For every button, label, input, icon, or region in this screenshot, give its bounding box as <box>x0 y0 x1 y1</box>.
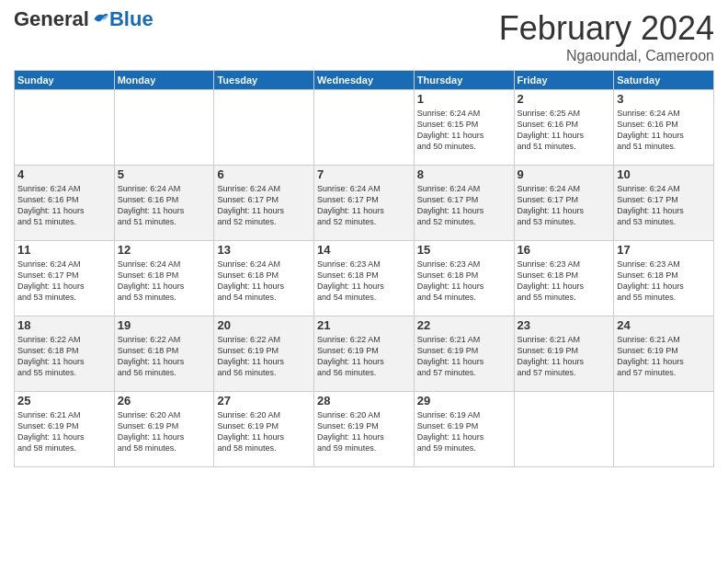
day-cell: 10Sunrise: 6:24 AM Sunset: 6:17 PM Dayli… <box>614 166 714 241</box>
day-info: Sunrise: 6:24 AM Sunset: 6:18 PM Dayligh… <box>217 259 311 304</box>
day-cell: 6Sunrise: 6:24 AM Sunset: 6:17 PM Daylig… <box>214 166 314 241</box>
day-number: 11 <box>17 243 111 257</box>
day-number: 19 <box>118 318 211 332</box>
day-number: 18 <box>17 318 111 332</box>
day-number: 28 <box>317 394 411 408</box>
col-monday: Monday <box>114 71 214 90</box>
page: General Blue February 2024 Ngaoundal, Ca… <box>0 0 728 563</box>
day-number: 10 <box>617 167 711 181</box>
col-saturday: Saturday <box>614 71 714 90</box>
day-info: Sunrise: 6:21 AM Sunset: 6:19 PM Dayligh… <box>17 409 111 454</box>
day-cell: 28Sunrise: 6:20 AM Sunset: 6:19 PM Dayli… <box>314 392 415 467</box>
day-number: 16 <box>518 243 611 257</box>
day-info: Sunrise: 6:24 AM Sunset: 6:15 PM Dayligh… <box>417 108 511 153</box>
day-info: Sunrise: 6:21 AM Sunset: 6:19 PM Dayligh… <box>617 334 711 379</box>
logo-blue-text: Blue <box>109 9 154 29</box>
day-info: Sunrise: 6:22 AM Sunset: 6:19 PM Dayligh… <box>317 334 411 379</box>
week-row-4: 25Sunrise: 6:21 AM Sunset: 6:19 PM Dayli… <box>15 392 714 467</box>
day-cell: 4Sunrise: 6:24 AM Sunset: 6:16 PM Daylig… <box>15 166 115 241</box>
day-cell <box>114 90 214 166</box>
day-info: Sunrise: 6:23 AM Sunset: 6:18 PM Dayligh… <box>617 259 711 304</box>
day-info: Sunrise: 6:20 AM Sunset: 6:19 PM Dayligh… <box>217 409 311 454</box>
day-number: 12 <box>118 243 211 257</box>
day-info: Sunrise: 6:24 AM Sunset: 6:17 PM Dayligh… <box>17 259 111 304</box>
day-cell: 3Sunrise: 6:24 AM Sunset: 6:16 PM Daylig… <box>614 90 714 166</box>
day-info: Sunrise: 6:25 AM Sunset: 6:16 PM Dayligh… <box>518 108 611 153</box>
title-section: February 2024 Ngaoundal, Cameroon <box>499 9 714 64</box>
day-cell: 24Sunrise: 6:21 AM Sunset: 6:19 PM Dayli… <box>614 316 714 392</box>
day-cell: 22Sunrise: 6:21 AM Sunset: 6:19 PM Dayli… <box>414 316 514 392</box>
day-cell: 1Sunrise: 6:24 AM Sunset: 6:15 PM Daylig… <box>414 90 514 166</box>
day-info: Sunrise: 6:24 AM Sunset: 6:16 PM Dayligh… <box>617 108 711 153</box>
day-number: 2 <box>518 92 611 106</box>
header: General Blue February 2024 Ngaoundal, Ca… <box>14 9 714 64</box>
day-cell: 29Sunrise: 6:19 AM Sunset: 6:19 PM Dayli… <box>414 392 514 467</box>
day-cell: 5Sunrise: 6:24 AM Sunset: 6:16 PM Daylig… <box>114 166 214 241</box>
day-cell: 14Sunrise: 6:23 AM Sunset: 6:18 PM Dayli… <box>314 241 415 316</box>
logo-general-text: General <box>14 9 89 29</box>
day-cell: 12Sunrise: 6:24 AM Sunset: 6:18 PM Dayli… <box>114 241 214 316</box>
day-cell: 23Sunrise: 6:21 AM Sunset: 6:19 PM Dayli… <box>514 316 614 392</box>
day-cell: 9Sunrise: 6:24 AM Sunset: 6:17 PM Daylig… <box>514 166 614 241</box>
day-number: 24 <box>617 318 711 332</box>
day-info: Sunrise: 6:24 AM Sunset: 6:17 PM Dayligh… <box>518 183 611 228</box>
day-info: Sunrise: 6:24 AM Sunset: 6:17 PM Dayligh… <box>417 183 511 228</box>
day-cell: 27Sunrise: 6:20 AM Sunset: 6:19 PM Dayli… <box>214 392 314 467</box>
day-cell <box>314 90 415 166</box>
day-number: 26 <box>118 394 211 408</box>
day-number: 9 <box>518 167 611 181</box>
day-number: 6 <box>217 167 311 181</box>
day-info: Sunrise: 6:24 AM Sunset: 6:17 PM Dayligh… <box>617 183 711 228</box>
logo: General Blue <box>14 9 154 29</box>
day-number: 7 <box>317 167 411 181</box>
col-friday: Friday <box>514 71 614 90</box>
day-cell: 19Sunrise: 6:22 AM Sunset: 6:18 PM Dayli… <box>114 316 214 392</box>
day-number: 21 <box>317 318 411 332</box>
day-number: 8 <box>417 167 511 181</box>
week-row-1: 4Sunrise: 6:24 AM Sunset: 6:16 PM Daylig… <box>15 166 714 241</box>
location-subtitle: Ngaoundal, Cameroon <box>499 48 714 64</box>
day-number: 3 <box>617 92 711 106</box>
day-number: 1 <box>417 92 511 106</box>
day-info: Sunrise: 6:24 AM Sunset: 6:18 PM Dayligh… <box>118 259 211 304</box>
day-info: Sunrise: 6:22 AM Sunset: 6:19 PM Dayligh… <box>217 334 311 379</box>
day-cell: 21Sunrise: 6:22 AM Sunset: 6:19 PM Dayli… <box>314 316 415 392</box>
day-info: Sunrise: 6:23 AM Sunset: 6:18 PM Dayligh… <box>518 259 611 304</box>
day-info: Sunrise: 6:24 AM Sunset: 6:16 PM Dayligh… <box>118 183 211 228</box>
col-thursday: Thursday <box>414 71 514 90</box>
day-cell: 13Sunrise: 6:24 AM Sunset: 6:18 PM Dayli… <box>214 241 314 316</box>
day-info: Sunrise: 6:24 AM Sunset: 6:17 PM Dayligh… <box>317 183 411 228</box>
header-row: Sunday Monday Tuesday Wednesday Thursday… <box>15 71 714 90</box>
day-number: 13 <box>217 243 311 257</box>
day-cell <box>614 392 714 467</box>
day-info: Sunrise: 6:20 AM Sunset: 6:19 PM Dayligh… <box>317 409 411 454</box>
day-number: 29 <box>417 394 511 408</box>
calendar-table: Sunday Monday Tuesday Wednesday Thursday… <box>14 70 714 467</box>
day-number: 15 <box>417 243 511 257</box>
day-cell: 15Sunrise: 6:23 AM Sunset: 6:18 PM Dayli… <box>414 241 514 316</box>
day-number: 4 <box>17 167 111 181</box>
day-info: Sunrise: 6:22 AM Sunset: 6:18 PM Dayligh… <box>17 334 111 379</box>
day-cell: 26Sunrise: 6:20 AM Sunset: 6:19 PM Dayli… <box>114 392 214 467</box>
week-row-0: 1Sunrise: 6:24 AM Sunset: 6:15 PM Daylig… <box>15 90 714 166</box>
col-wednesday: Wednesday <box>314 71 415 90</box>
day-cell: 7Sunrise: 6:24 AM Sunset: 6:17 PM Daylig… <box>314 166 415 241</box>
day-cell: 18Sunrise: 6:22 AM Sunset: 6:18 PM Dayli… <box>15 316 115 392</box>
week-row-3: 18Sunrise: 6:22 AM Sunset: 6:18 PM Dayli… <box>15 316 714 392</box>
day-cell: 8Sunrise: 6:24 AM Sunset: 6:17 PM Daylig… <box>414 166 514 241</box>
day-number: 17 <box>617 243 711 257</box>
day-number: 5 <box>118 167 211 181</box>
day-cell: 2Sunrise: 6:25 AM Sunset: 6:16 PM Daylig… <box>514 90 614 166</box>
day-info: Sunrise: 6:21 AM Sunset: 6:19 PM Dayligh… <box>417 334 511 379</box>
day-info: Sunrise: 6:20 AM Sunset: 6:19 PM Dayligh… <box>118 409 211 454</box>
day-info: Sunrise: 6:21 AM Sunset: 6:19 PM Dayligh… <box>518 334 611 379</box>
week-row-2: 11Sunrise: 6:24 AM Sunset: 6:17 PM Dayli… <box>15 241 714 316</box>
month-title: February 2024 <box>499 9 714 48</box>
day-number: 20 <box>217 318 311 332</box>
day-number: 23 <box>518 318 611 332</box>
day-info: Sunrise: 6:23 AM Sunset: 6:18 PM Dayligh… <box>417 259 511 304</box>
day-cell <box>214 90 314 166</box>
day-number: 22 <box>417 318 511 332</box>
day-info: Sunrise: 6:24 AM Sunset: 6:17 PM Dayligh… <box>217 183 311 228</box>
day-number: 27 <box>217 394 311 408</box>
